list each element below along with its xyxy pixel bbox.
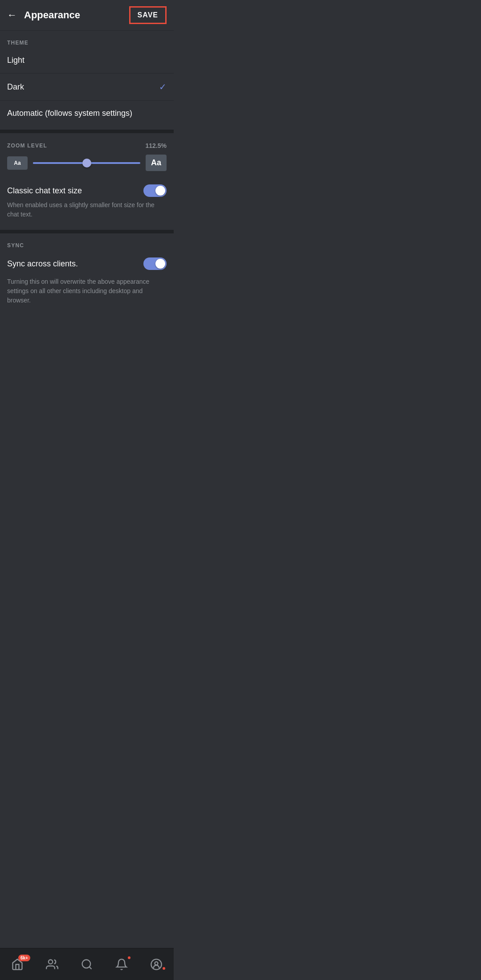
toggle-thumb xyxy=(155,186,165,196)
page-title: Appearance xyxy=(24,9,80,21)
theme-option-light[interactable]: Light xyxy=(0,48,174,74)
divider-2 xyxy=(0,230,174,233)
theme-dark-label: Dark xyxy=(7,82,24,92)
theme-light-label: Light xyxy=(7,56,24,65)
sync-description: Turning this on will overwrite the above… xyxy=(0,277,174,312)
classic-chat-toggle[interactable] xyxy=(143,184,167,197)
theme-option-auto[interactable]: Automatic (follows system settings) xyxy=(0,101,174,126)
back-button[interactable]: ← xyxy=(7,9,17,21)
sync-toggle[interactable] xyxy=(143,257,167,270)
theme-section-label: THEME xyxy=(0,31,174,48)
header: ← Appearance SAVE xyxy=(0,0,174,31)
main-content: THEME Light Dark ✓ Automatic (follows sy… xyxy=(0,31,174,348)
zoom-section: ZOOM LEVEL 112.5% Aa Aa Classic chat tex… xyxy=(0,133,174,230)
zoom-large-btn[interactable]: Aa xyxy=(146,155,167,171)
classic-chat-description: When enabled uses a slightly smaller fon… xyxy=(7,200,167,223)
sync-row: Sync across clients. xyxy=(0,250,174,277)
theme-option-dark[interactable]: Dark ✓ xyxy=(0,74,174,101)
divider-1 xyxy=(0,130,174,133)
theme-auto-label: Automatic (follows system settings) xyxy=(7,109,132,118)
sync-section-label: SYNC xyxy=(0,233,174,250)
sync-toggle-thumb xyxy=(155,259,165,269)
zoom-section-label: ZOOM LEVEL xyxy=(7,143,47,149)
sync-toggle-track xyxy=(143,257,167,270)
classic-chat-row: Classic chat text size xyxy=(7,179,167,200)
zoom-control: Aa Aa xyxy=(7,155,167,171)
zoom-small-btn[interactable]: Aa xyxy=(7,156,28,170)
toggle-track xyxy=(143,184,167,197)
sync-label: Sync across clients. xyxy=(7,259,78,269)
save-button[interactable]: SAVE xyxy=(129,6,167,24)
zoom-header: ZOOM LEVEL 112.5% xyxy=(7,133,167,155)
zoom-value: 112.5% xyxy=(146,142,167,149)
classic-chat-label: Classic chat text size xyxy=(7,186,82,196)
sync-section: SYNC Sync across clients. Turning this o… xyxy=(0,233,174,312)
dark-check-icon: ✓ xyxy=(159,82,167,92)
theme-section: THEME Light Dark ✓ Automatic (follows sy… xyxy=(0,31,174,130)
